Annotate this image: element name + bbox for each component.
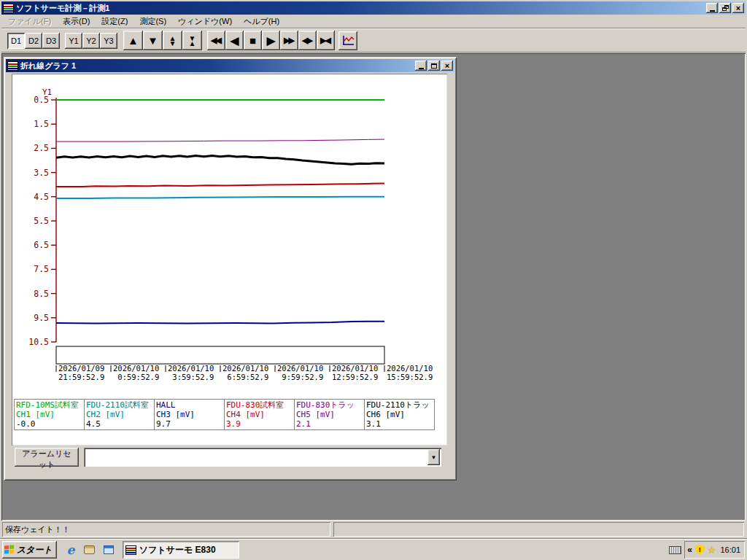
svg-text:3:59:52.9: 3:59:52.9 — [168, 373, 214, 381]
toolbar-expand-scale-icon[interactable]: ▲ ▼ — [163, 31, 182, 50]
status-secondary-panel — [333, 522, 744, 537]
star-icon[interactable]: ★ — [708, 545, 716, 555]
windows-flag-icon — [4, 545, 15, 555]
toolbar-step-back-icon[interactable]: ◀ — [225, 31, 244, 50]
svg-text:2.5: 2.5 — [34, 143, 49, 153]
svg-text:2026/01/10: 2026/01/10 — [168, 364, 214, 373]
graph-close-button[interactable]: × — [441, 61, 453, 71]
toolbar: D1D2D3 Y1Y2Y3 ▲▼▲ ▼▼ ▲ ◀◀◀■▶▶▶◀▶▶◀ — [1, 28, 746, 52]
menu-item-file: ファイル(F) — [2, 15, 57, 28]
legend-value-ch4: 3.9 — [226, 419, 294, 429]
taskbar-app-label: ソフトサーモ E830 — [139, 544, 216, 556]
main-window-title: ソフトサーモ計測－計測1 — [16, 3, 109, 14]
legend-cell-ch3: HALLCH3 [mV]9.7 — [154, 399, 225, 430]
toolbar-step-forward-icon[interactable]: ▶ — [262, 31, 280, 50]
minimize-button[interactable] — [706, 3, 718, 13]
legend-cell-ch6: FDU-2110トラッCH6 [mV]3.1 — [364, 399, 435, 430]
restore-button[interactable] — [719, 3, 731, 13]
menu-item-window[interactable]: ウィンドウ(W) — [172, 15, 238, 28]
show-desktop-icon[interactable] — [83, 543, 96, 556]
svg-text:6.5: 6.5 — [34, 240, 49, 250]
graph-window: 折れ線グラフ 1 × Y10.51.52.53.54.55.56.57.58.5… — [4, 57, 457, 481]
toolbar-button-y3[interactable]: Y3 — [100, 33, 117, 49]
system-tray: « ! ★ 16:01 — [684, 541, 745, 559]
svg-text:9.5: 9.5 — [34, 313, 49, 323]
toolbar-stop-icon[interactable]: ■ — [244, 31, 262, 50]
legend-device-ch2: FDU-2110試料室 — [86, 400, 154, 410]
keyboard-icon[interactable] — [669, 546, 681, 554]
toolbar-scroll-down-icon[interactable]: ▼ — [143, 31, 163, 50]
main-window: ソフトサーモ計測－計測1 × ファイル(F)表示(D)設定(Z)測定(S)ウィン… — [0, 0, 747, 539]
chart-panel: Y10.51.52.53.54.55.56.57.58.59.510.52026… — [12, 74, 447, 446]
alarm-combobox[interactable]: ▼ — [84, 448, 441, 467]
legend-cell-ch5: FDU-830トラッCH5 [mV]2.1 — [294, 399, 365, 430]
svg-text:2026/01/10: 2026/01/10 — [387, 364, 433, 373]
graph-maximize-button[interactable] — [428, 61, 440, 71]
security-shield-icon[interactable]: ! — [695, 545, 705, 555]
toolbar-fast-rewind-icon[interactable]: ◀◀ — [207, 31, 225, 50]
toolbar-data-group: D1D2D3 — [7, 33, 60, 49]
toolbar-button-d3[interactable]: D3 — [42, 33, 60, 49]
legend-cell-ch1: RFD-10MS試料室CH1 [mV]-0.0 — [14, 399, 85, 430]
screen: ソフトサーモ計測－計測1 × ファイル(F)表示(D)設定(Z)測定(S)ウィン… — [0, 0, 747, 560]
svg-text:6:59:52.9: 6:59:52.9 — [222, 373, 268, 381]
legend-row: RFD-10MS試料室CH1 [mV]-0.0FDU-2110試料室CH2 [m… — [14, 399, 435, 430]
menu-item-settings[interactable]: 設定(Z) — [96, 15, 133, 28]
legend-value-ch5: 2.1 — [296, 419, 364, 429]
toolbar-zoom-in-x-icon[interactable]: ▶◀ — [317, 31, 335, 50]
legend-channel-ch2: CH2 [mV] — [86, 410, 154, 419]
legend-channel-ch6: CH6 [mV] — [366, 410, 434, 419]
internet-explorer-icon[interactable]: e — [64, 543, 77, 556]
svg-text:15:59:52.9: 15:59:52.9 — [387, 373, 433, 381]
task-app-icon — [125, 545, 136, 555]
graph-window-icon — [7, 61, 18, 71]
graph-window-titlebar: 折れ線グラフ 1 × — [6, 59, 454, 72]
svg-text:21:59:52.9: 21:59:52.9 — [58, 373, 104, 381]
close-button[interactable]: × — [732, 3, 744, 13]
svg-text:12:59:52.9: 12:59:52.9 — [332, 373, 378, 381]
status-bar: 保存ウェイト！！ — [1, 521, 746, 539]
svg-text:2026/01/10: 2026/01/10 — [222, 364, 268, 373]
svg-text:7.5: 7.5 — [34, 264, 49, 274]
collapse-chevron-icon[interactable]: « — [687, 546, 692, 553]
taskbar: スタート e ソフトサーモ E830 « ! ★ 16:01 — [0, 539, 747, 560]
start-button[interactable]: スタート — [2, 541, 57, 559]
legend-value-ch6: 3.1 — [366, 419, 434, 429]
toolbar-button-d1[interactable]: D1 — [7, 33, 25, 49]
svg-text:0.5: 0.5 — [34, 95, 49, 105]
main-titlebar: ソフトサーモ計測－計測1 × — [1, 1, 746, 15]
svg-text:3.5: 3.5 — [34, 168, 49, 178]
channels-icon[interactable] — [102, 543, 115, 556]
legend-channel-ch5: CH5 [mV] — [296, 410, 364, 419]
toolbar-button-y1[interactable]: Y1 — [65, 33, 82, 49]
quick-launch: e — [64, 543, 115, 556]
graph-settings-button[interactable] — [338, 31, 357, 50]
svg-text:2026/01/10: 2026/01/10 — [113, 364, 159, 373]
menu-item-view[interactable]: 表示(D) — [57, 15, 96, 28]
toolbar-button-d2[interactable]: D2 — [25, 33, 42, 49]
legend-value-ch1: -0.0 — [16, 419, 84, 429]
combobox-dropdown-button[interactable]: ▼ — [427, 449, 440, 465]
svg-text:2026/01/09: 2026/01/09 — [58, 364, 104, 373]
svg-text:0:59:52.9: 0:59:52.9 — [113, 373, 159, 381]
toolbar-button-y2[interactable]: Y2 — [82, 33, 100, 49]
app-icon — [3, 4, 14, 13]
menu-bar: ファイル(F)表示(D)設定(Z)測定(S)ウィンドウ(W)ヘルプ(H) — [1, 15, 746, 28]
graph-window-content: Y10.51.52.53.54.55.56.57.58.59.510.52026… — [6, 72, 454, 478]
toolbar-fast-forward-icon[interactable]: ▶▶ — [280, 31, 298, 50]
menu-item-measure[interactable]: 測定(S) — [133, 15, 172, 28]
line-chart: Y10.51.52.53.54.55.56.57.58.59.510.52026… — [12, 74, 447, 394]
toolbar-zoom-out-x-icon[interactable]: ◀▶ — [298, 31, 317, 50]
legend-value-ch3: 9.7 — [156, 419, 224, 429]
graph-minimize-button[interactable] — [415, 61, 427, 71]
toolbar-compress-scale-icon[interactable]: ▼ ▲ — [182, 31, 202, 50]
legend-device-ch3: HALL — [156, 400, 224, 410]
alarm-reset-button[interactable]: アラームリセット — [15, 448, 79, 467]
svg-text:4.5: 4.5 — [34, 192, 49, 202]
toolbar-scroll-up-icon[interactable]: ▲ — [123, 31, 143, 50]
start-button-label: スタート — [17, 544, 53, 556]
legend-channel-ch3: CH3 [mV] — [156, 410, 224, 419]
mdi-client-area: 折れ線グラフ 1 × Y10.51.52.53.54.55.56.57.58.5… — [1, 53, 746, 521]
menu-item-help[interactable]: ヘルプ(H) — [238, 15, 285, 28]
taskbar-app-button[interactable]: ソフトサーモ E830 — [123, 541, 239, 559]
